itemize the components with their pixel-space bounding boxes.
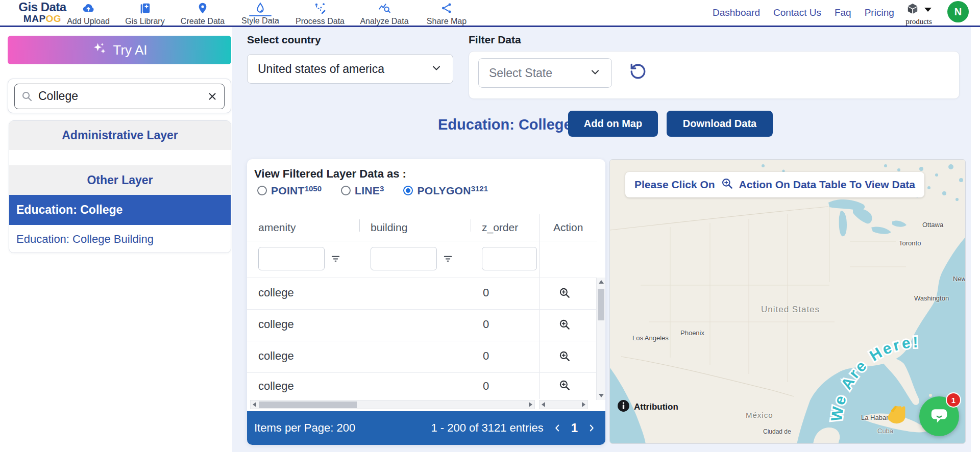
scroll-left-arrow[interactable] — [253, 402, 256, 407]
products-label: products — [900, 17, 938, 26]
view-as-label: View Filtered Layer Data as : — [254, 167, 406, 181]
amenity-filter-input[interactable] — [258, 247, 325, 270]
zoom-in-action-icon[interactable] — [558, 379, 571, 394]
country-select[interactable]: United states of america — [247, 54, 453, 84]
map-label-los-angeles: Los Angeles — [632, 334, 669, 342]
try-ai-button[interactable]: Try AI — [8, 36, 231, 64]
menu-item-share-map[interactable]: Share Map — [420, 0, 474, 26]
vertical-scrollbar-thumb[interactable] — [598, 289, 604, 320]
menu-item-add-upload[interactable]: Add Upload — [62, 0, 114, 26]
state-select-placeholder: Select State — [489, 66, 589, 80]
geometry-type-radios: POINT1050 LINE3 POLYGON3121 — [257, 185, 488, 197]
zoom-in-icon — [720, 177, 734, 193]
layer-search-box — [14, 84, 225, 109]
close-icon[interactable] — [207, 91, 218, 104]
filter-icon[interactable] — [442, 253, 454, 267]
row-divider — [247, 341, 597, 341]
entries-range: 1 - 200 of 3121 entries — [431, 421, 543, 435]
table-cell-z-order: 0 — [483, 318, 489, 331]
cube-icon — [906, 2, 919, 17]
scroll-right-arrow[interactable] — [529, 402, 532, 407]
info-icon — [617, 399, 630, 414]
filter-icon[interactable] — [330, 253, 341, 267]
scroll-up-arrow[interactable] — [599, 280, 604, 284]
column-header-amenity[interactable]: amenity — [258, 221, 296, 234]
attribution-control[interactable]: Attribution — [617, 399, 678, 414]
sparkles-icon — [92, 41, 107, 59]
column-header-z-order[interactable]: z_order — [482, 221, 518, 234]
horizontal-scrollbar-thumb[interactable] — [259, 401, 357, 408]
current-page[interactable]: 1 — [571, 421, 578, 435]
action-column-separator — [539, 214, 540, 399]
layer-title: Education: College — [438, 116, 572, 133]
zoom-in-action-icon[interactable] — [558, 286, 571, 302]
map-label-ottawa: Ottawa — [922, 221, 943, 229]
radio-polygon[interactable]: POLYGON3121 — [403, 185, 488, 197]
scroll-right-arrow[interactable] — [582, 402, 585, 407]
radio-count: 3121 — [471, 184, 488, 193]
menu-item-process-data[interactable]: Process Data — [291, 0, 349, 26]
row-divider — [247, 241, 597, 241]
menu-item-create-data[interactable]: Create Data — [176, 0, 230, 26]
ink-drop-icon — [254, 2, 267, 17]
building-filter-input[interactable] — [371, 247, 437, 270]
radio-count: 1050 — [305, 184, 322, 193]
zoom-in-action-icon[interactable] — [558, 349, 571, 365]
avatar-initial: N — [954, 6, 962, 18]
column-header-action: Action — [553, 221, 583, 234]
map-label-phoenix: Phoenix — [680, 329, 704, 337]
try-ai-label: Try AI — [113, 42, 148, 58]
z-order-filter-input[interactable] — [482, 247, 537, 270]
reset-filter-icon[interactable] — [629, 62, 647, 83]
top-navbar: Gis Data MAPOG Add Upload Gis Library Cr… — [0, 0, 980, 27]
menu-label: Create Data — [181, 17, 225, 26]
menu-item-style-data[interactable]: Style Data — [235, 0, 286, 26]
horizontal-scrollbar[interactable] — [250, 400, 535, 409]
table-cell-amenity: college — [258, 380, 294, 393]
add-on-map-button[interactable]: Add on Map — [568, 111, 658, 137]
items-per-page: Items per Page: 200 — [254, 421, 355, 435]
sidebar-item-education-college[interactable]: Education: College — [9, 195, 231, 225]
radio-line[interactable]: LINE3 — [341, 185, 384, 197]
sidebar-item-education-college-building[interactable]: Education: College Building — [9, 225, 231, 253]
table-cell-amenity: college — [258, 318, 294, 331]
vertical-scrollbar[interactable] — [596, 278, 605, 400]
menu-label: Analyze Data — [360, 17, 408, 26]
attribution-label: Attribution — [634, 402, 678, 412]
scroll-left-arrow[interactable] — [542, 402, 545, 407]
select-country-label: Select country — [247, 34, 321, 46]
nav-link-faq[interactable]: Faq — [835, 7, 851, 18]
route-edit-icon — [313, 2, 327, 17]
prev-page-icon[interactable] — [552, 422, 563, 434]
table-cell-z-order: 0 — [483, 286, 489, 299]
user-avatar[interactable]: N — [947, 1, 969, 22]
scroll-down-arrow[interactable] — [599, 394, 604, 397]
menu-label: Gis Library — [125, 17, 164, 26]
action-horizontal-scrollbar[interactable] — [539, 400, 588, 409]
chat-notification-badge: 1 — [946, 392, 961, 408]
row-divider — [247, 278, 597, 278]
radio-count: 3 — [380, 184, 384, 193]
radio-circle-selected — [403, 186, 413, 195]
map-panel[interactable]: Please Click On Action On Data Table To … — [609, 159, 966, 444]
products-dropdown[interactable]: products — [900, 2, 938, 26]
next-page-icon[interactable] — [586, 422, 597, 434]
search-icon — [21, 90, 33, 105]
state-select[interactable]: Select State — [478, 58, 612, 88]
nav-link-dashboard[interactable]: Dashboard — [713, 7, 760, 18]
cloud-upload-icon — [82, 2, 95, 17]
radio-point[interactable]: POINT1050 — [257, 185, 322, 197]
logo-map-text: MAP — [23, 13, 46, 24]
nav-link-contact-us[interactable]: Contact Us — [773, 7, 821, 18]
search-input[interactable] — [38, 84, 202, 108]
layer-search-card — [8, 79, 231, 113]
menu-item-gis-library[interactable]: Gis Library — [119, 0, 170, 26]
column-separator — [471, 219, 471, 232]
download-data-button[interactable]: Download Data — [667, 111, 773, 137]
menu-item-analyze-data[interactable]: Analyze Data — [354, 0, 414, 26]
column-header-building[interactable]: building — [371, 221, 407, 234]
zoom-in-action-icon[interactable] — [558, 318, 571, 333]
column-separator — [359, 219, 360, 232]
table-footer: Items per Page: 200 1 - 200 of 3121 entr… — [247, 411, 605, 445]
nav-link-pricing[interactable]: Pricing — [865, 7, 894, 18]
